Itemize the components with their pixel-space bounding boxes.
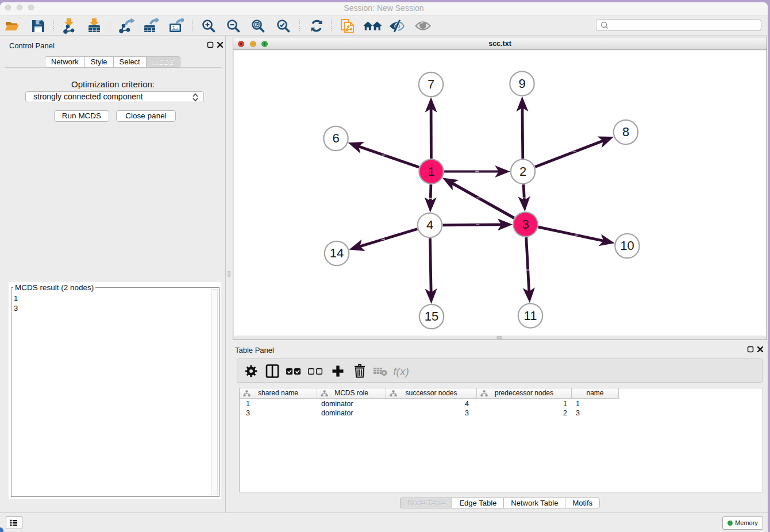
svg-text:14: 14: [330, 246, 344, 260]
svg-text:15: 15: [425, 309, 438, 323]
svg-text:4: 4: [426, 218, 433, 232]
svg-text:8: 8: [622, 125, 629, 139]
svg-text:3: 3: [522, 217, 529, 232]
svg-text:7: 7: [428, 77, 434, 91]
svg-text:f(x): f(x): [393, 365, 409, 377]
svg-text:2: 2: [519, 164, 526, 179]
svg-text:9: 9: [518, 76, 525, 91]
svg-text:6: 6: [332, 131, 339, 145]
svg-text:1: 1: [428, 164, 434, 179]
svg-text:11: 11: [524, 309, 537, 323]
svg-text:10: 10: [620, 238, 634, 253]
